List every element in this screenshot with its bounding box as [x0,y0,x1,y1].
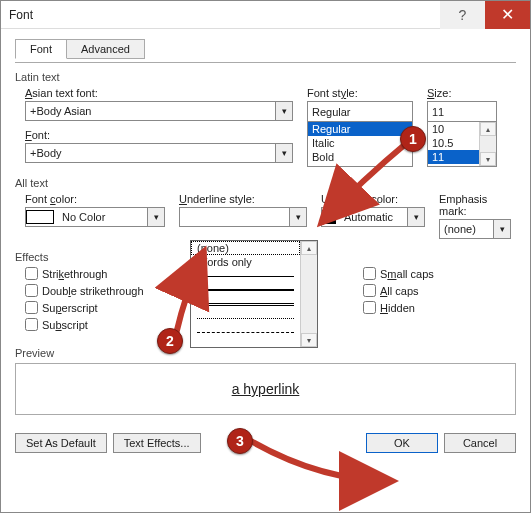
label-underline-color: Underline color: [321,193,425,205]
emphasis-mark-dropdown[interactable]: (none) ▾ [439,219,511,239]
underline-sample[interactable] [191,297,300,311]
scroll-down-icon[interactable]: ▾ [301,333,317,347]
list-item[interactable]: Words only [191,255,300,269]
underline-sample[interactable] [191,283,300,297]
checkbox-superscript[interactable]: Superscript [25,301,185,314]
underline-color-dropdown[interactable]: Automatic ▾ [321,207,425,227]
label-underline-style: Underline style: [179,193,307,205]
font-color-value: No Color [58,211,147,223]
list-item[interactable]: Bold [308,150,412,164]
list-item[interactable]: 10.5 [428,136,479,150]
label-asian-font: Asian text font: [25,87,293,99]
ok-button[interactable]: OK [366,433,438,453]
tab-advanced[interactable]: Advanced [66,39,145,59]
group-preview: Preview [15,347,516,359]
color-swatch-icon [322,210,336,224]
underline-sample[interactable] [191,269,300,283]
label-font: Font: [25,129,293,141]
scrollbar[interactable]: ▴ ▾ [300,241,317,347]
chevron-down-icon[interactable]: ▾ [275,102,292,120]
list-item[interactable]: Regular [308,122,412,136]
annotation-marker-3: 3 [227,428,253,454]
scrollbar[interactable]: ▴ ▾ [479,122,496,166]
checkbox-small-caps[interactable]: Small caps [363,267,503,280]
checkbox-all-caps[interactable]: All caps [363,284,503,297]
close-button[interactable]: ✕ [485,1,530,29]
text-effects-button[interactable]: Text Effects... [113,433,201,453]
annotation-marker-1: 1 [400,126,426,152]
font-value: +Body [26,147,275,159]
chevron-down-icon[interactable]: ▾ [493,220,510,238]
chevron-down-icon[interactable]: ▾ [407,208,424,226]
scroll-up-icon[interactable]: ▴ [480,122,496,136]
window-title: Font [1,8,440,22]
underline-sample[interactable] [191,325,300,339]
group-all-text: All text [15,177,516,189]
list-item[interactable]: (none) [191,241,300,255]
font-style-listbox[interactable]: Regular Italic Bold [307,121,413,167]
checkbox-strikethrough[interactable]: Strikethrough [25,267,185,280]
cancel-button[interactable]: Cancel [444,433,516,453]
color-swatch-icon [26,210,54,224]
help-button[interactable]: ? [440,1,485,29]
checkbox-hidden[interactable]: Hidden [363,301,503,314]
asian-font-dropdown[interactable]: +Body Asian ▾ [25,101,293,121]
set-default-button[interactable]: Set As Default [15,433,107,453]
preview-text: a hyperlink [232,381,300,397]
scroll-down-icon[interactable]: ▾ [480,152,496,166]
size-input[interactable]: 11 [427,101,497,121]
list-item[interactable]: 10 [428,122,479,136]
label-size: Size: [427,87,497,99]
tab-strip: Font Advanced [15,39,516,59]
font-dropdown[interactable]: +Body ▾ [25,143,293,163]
tab-font[interactable]: Font [15,39,67,59]
size-value: 11 [428,106,496,118]
font-style-value: Regular [308,106,412,118]
label-emphasis-mark: Emphasis mark: [439,193,511,217]
list-item[interactable]: 11 [428,150,479,164]
label-font-color: Font color: [25,193,165,205]
annotation-marker-2: 2 [157,328,183,354]
underline-style-dropdown[interactable]: ▾ [179,207,307,227]
chevron-down-icon[interactable]: ▾ [147,208,164,226]
font-color-dropdown[interactable]: No Color ▾ [25,207,165,227]
font-dialog: Font ? ✕ Font Advanced Latin text Asian … [0,0,531,513]
emphasis-mark-value: (none) [440,223,493,235]
chevron-down-icon[interactable]: ▾ [289,208,306,226]
font-style-input[interactable]: Regular [307,101,413,121]
underline-style-popup[interactable]: (none) Words only ▴ ▾ [190,240,318,348]
titlebar: Font ? ✕ [1,1,530,29]
group-latin-text: Latin text [15,71,516,83]
label-font-style: Font style: [307,87,413,99]
button-row: Set As Default Text Effects... OK Cancel [15,433,516,453]
asian-font-value: +Body Asian [26,105,275,117]
preview-box: a hyperlink [15,363,516,415]
list-item[interactable]: Italic [308,136,412,150]
underline-sample[interactable] [191,311,300,325]
scroll-up-icon[interactable]: ▴ [301,241,317,255]
chevron-down-icon[interactable]: ▾ [275,144,292,162]
checkbox-subscript[interactable]: Subscript [25,318,185,331]
underline-color-value: Automatic [340,211,407,223]
size-listbox[interactable]: 10 10.5 11 ▴ ▾ [427,121,497,167]
checkbox-double-strikethrough[interactable]: Double strikethrough [25,284,185,297]
